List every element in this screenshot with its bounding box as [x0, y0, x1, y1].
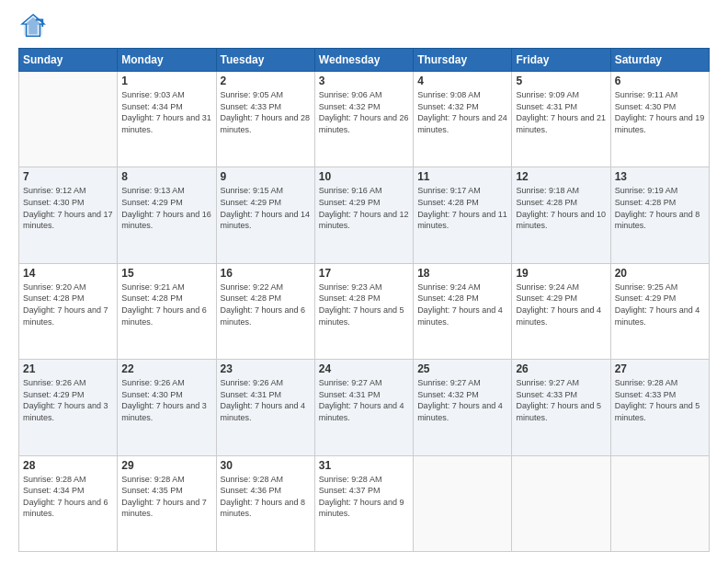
day-info: Sunrise: 9:24 AMSunset: 4:28 PMDaylight:…	[417, 282, 507, 327]
day-info: Sunrise: 9:26 AMSunset: 4:30 PMDaylight:…	[121, 377, 211, 423]
day-info: Sunrise: 9:24 AMSunset: 4:29 PMDaylight:…	[516, 282, 606, 327]
day-info: Sunrise: 9:28 AMSunset: 4:36 PMDaylight:…	[221, 474, 311, 520]
day-number: 2	[221, 75, 311, 87]
day-cell: 3Sunrise: 9:06 AMSunset: 4:32 PMDaylight…	[314, 72, 413, 167]
calendar-table: SundayMondayTuesdayWednesdayThursdayFrid…	[18, 48, 710, 552]
day-cell: 15Sunrise: 9:21 AMSunset: 4:28 PMDayligh…	[118, 263, 216, 359]
day-info: Sunrise: 9:27 AMSunset: 4:32 PMDaylight:…	[417, 377, 507, 423]
day-cell: 28Sunrise: 9:28 AMSunset: 4:34 PMDayligh…	[19, 455, 118, 551]
day-info: Sunrise: 9:16 AMSunset: 4:29 PMDaylight:…	[319, 185, 409, 231]
week-row-3: 14Sunrise: 9:20 AMSunset: 4:28 PMDayligh…	[19, 263, 710, 359]
day-number: 9	[221, 170, 311, 183]
day-number: 4	[417, 75, 507, 87]
day-cell: 26Sunrise: 9:27 AMSunset: 4:33 PMDayligh…	[512, 360, 610, 455]
day-number: 25	[417, 362, 507, 375]
day-number: 28	[23, 459, 113, 472]
day-info: Sunrise: 9:08 AMSunset: 4:32 PMDaylight:…	[417, 89, 507, 135]
day-number: 11	[417, 170, 507, 183]
day-info: Sunrise: 9:25 AMSunset: 4:29 PMDaylight:…	[615, 282, 705, 327]
day-info: Sunrise: 9:28 AMSunset: 4:37 PMDaylight:…	[319, 474, 409, 520]
day-cell: 9Sunrise: 9:15 AMSunset: 4:29 PMDaylight…	[216, 167, 314, 263]
day-number: 19	[516, 267, 606, 280]
day-number: 8	[121, 170, 211, 183]
day-cell: 7Sunrise: 9:12 AMSunset: 4:30 PMDaylight…	[19, 167, 118, 263]
day-number: 10	[319, 170, 409, 183]
day-info: Sunrise: 9:28 AMSunset: 4:33 PMDaylight:…	[615, 377, 705, 423]
day-number: 18	[417, 267, 507, 280]
week-row-2: 7Sunrise: 9:12 AMSunset: 4:30 PMDaylight…	[19, 167, 710, 263]
day-cell: 24Sunrise: 9:27 AMSunset: 4:31 PMDayligh…	[314, 360, 413, 455]
day-info: Sunrise: 9:17 AMSunset: 4:28 PMDaylight:…	[417, 185, 507, 231]
day-cell: 13Sunrise: 9:19 AMSunset: 4:28 PMDayligh…	[610, 167, 709, 263]
day-number: 21	[23, 362, 113, 375]
day-number: 1	[121, 75, 211, 87]
day-info: Sunrise: 9:19 AMSunset: 4:28 PMDaylight:…	[615, 185, 705, 231]
day-cell: 10Sunrise: 9:16 AMSunset: 4:29 PMDayligh…	[314, 167, 413, 263]
day-number: 17	[319, 267, 409, 280]
page: SundayMondayTuesdayWednesdayThursdayFrid…	[0, 0, 728, 563]
day-info: Sunrise: 9:18 AMSunset: 4:28 PMDaylight:…	[516, 185, 606, 231]
day-cell: 18Sunrise: 9:24 AMSunset: 4:28 PMDayligh…	[414, 263, 512, 359]
weekday-header-tuesday: Tuesday	[216, 49, 314, 72]
day-cell: 5Sunrise: 9:09 AMSunset: 4:31 PMDaylight…	[512, 72, 610, 167]
day-cell	[512, 455, 610, 551]
day-cell: 21Sunrise: 9:26 AMSunset: 4:29 PMDayligh…	[19, 360, 118, 455]
day-info: Sunrise: 9:13 AMSunset: 4:29 PMDaylight:…	[121, 185, 211, 231]
day-number: 30	[221, 459, 311, 472]
day-number: 31	[319, 459, 409, 472]
day-number: 24	[319, 362, 409, 375]
day-number: 27	[615, 362, 705, 375]
day-cell: 25Sunrise: 9:27 AMSunset: 4:32 PMDayligh…	[414, 360, 512, 455]
day-number: 7	[23, 170, 113, 183]
day-cell: 19Sunrise: 9:24 AMSunset: 4:29 PMDayligh…	[512, 263, 610, 359]
day-info: Sunrise: 9:20 AMSunset: 4:28 PMDaylight:…	[23, 282, 113, 327]
day-cell: 29Sunrise: 9:28 AMSunset: 4:35 PMDayligh…	[118, 455, 216, 551]
day-number: 22	[121, 362, 211, 375]
day-info: Sunrise: 9:27 AMSunset: 4:31 PMDaylight:…	[319, 377, 409, 423]
day-info: Sunrise: 9:15 AMSunset: 4:29 PMDaylight:…	[221, 185, 311, 231]
day-number: 14	[23, 267, 113, 280]
day-cell: 27Sunrise: 9:28 AMSunset: 4:33 PMDayligh…	[610, 360, 709, 455]
weekday-header-saturday: Saturday	[610, 49, 709, 72]
day-number: 23	[221, 362, 311, 375]
day-number: 15	[121, 267, 211, 280]
week-row-5: 28Sunrise: 9:28 AMSunset: 4:34 PMDayligh…	[19, 455, 710, 551]
day-number: 29	[121, 459, 211, 472]
day-number: 13	[615, 170, 705, 183]
weekday-header-thursday: Thursday	[414, 49, 512, 72]
day-cell: 2Sunrise: 9:05 AMSunset: 4:33 PMDaylight…	[216, 72, 314, 167]
day-cell: 6Sunrise: 9:11 AMSunset: 4:30 PMDaylight…	[610, 72, 709, 167]
day-cell: 8Sunrise: 9:13 AMSunset: 4:29 PMDaylight…	[118, 167, 216, 263]
day-cell	[610, 455, 709, 551]
weekday-header-wednesday: Wednesday	[314, 49, 413, 72]
logo	[18, 17, 46, 39]
day-number: 26	[516, 362, 606, 375]
day-info: Sunrise: 9:27 AMSunset: 4:33 PMDaylight:…	[516, 377, 606, 423]
day-cell: 30Sunrise: 9:28 AMSunset: 4:36 PMDayligh…	[216, 455, 314, 551]
header	[18, 17, 710, 39]
weekday-header-monday: Monday	[118, 49, 216, 72]
day-number: 20	[615, 267, 705, 280]
day-info: Sunrise: 9:26 AMSunset: 4:29 PMDaylight:…	[23, 377, 113, 423]
day-info: Sunrise: 9:12 AMSunset: 4:30 PMDaylight:…	[23, 185, 113, 231]
day-info: Sunrise: 9:22 AMSunset: 4:28 PMDaylight:…	[221, 282, 311, 327]
day-number: 16	[221, 267, 311, 280]
day-cell: 22Sunrise: 9:26 AMSunset: 4:30 PMDayligh…	[118, 360, 216, 455]
logo-icon	[20, 13, 46, 39]
day-info: Sunrise: 9:06 AMSunset: 4:32 PMDaylight:…	[319, 89, 409, 135]
day-info: Sunrise: 9:05 AMSunset: 4:33 PMDaylight:…	[221, 89, 311, 135]
day-number: 3	[319, 75, 409, 87]
day-cell: 20Sunrise: 9:25 AMSunset: 4:29 PMDayligh…	[610, 263, 709, 359]
day-info: Sunrise: 9:03 AMSunset: 4:34 PMDaylight:…	[121, 89, 211, 135]
day-cell: 23Sunrise: 9:26 AMSunset: 4:31 PMDayligh…	[216, 360, 314, 455]
day-info: Sunrise: 9:28 AMSunset: 4:35 PMDaylight:…	[121, 474, 211, 520]
day-cell: 14Sunrise: 9:20 AMSunset: 4:28 PMDayligh…	[19, 263, 118, 359]
week-row-1: 1Sunrise: 9:03 AMSunset: 4:34 PMDaylight…	[19, 72, 710, 167]
weekday-header-sunday: Sunday	[19, 49, 118, 72]
day-cell: 17Sunrise: 9:23 AMSunset: 4:28 PMDayligh…	[314, 263, 413, 359]
day-cell: 11Sunrise: 9:17 AMSunset: 4:28 PMDayligh…	[414, 167, 512, 263]
day-number: 12	[516, 170, 606, 183]
day-info: Sunrise: 9:26 AMSunset: 4:31 PMDaylight:…	[221, 377, 311, 423]
day-cell: 1Sunrise: 9:03 AMSunset: 4:34 PMDaylight…	[118, 72, 216, 167]
day-info: Sunrise: 9:28 AMSunset: 4:34 PMDaylight:…	[23, 474, 113, 520]
